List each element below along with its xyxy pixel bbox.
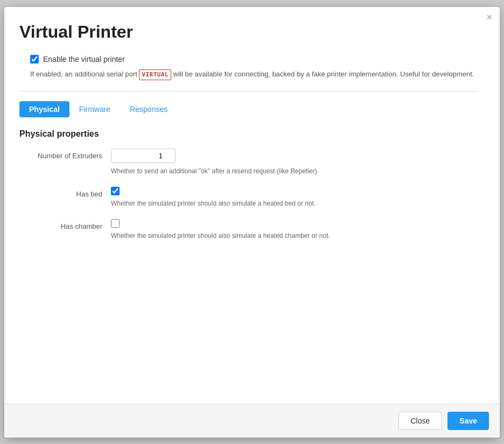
extruders-label: Number of Extruders <box>25 149 111 160</box>
has-bed-hint: Whether the simulated printer should als… <box>111 199 478 208</box>
has-chamber-checkbox[interactable] <box>111 219 120 228</box>
enable-virtual-checkbox[interactable] <box>30 55 39 64</box>
tab-physical[interactable]: Physical <box>19 101 69 117</box>
desc-after: will be available for connecting, backed… <box>171 70 474 78</box>
has-chamber-content: Whether the simulated printer should als… <box>111 219 478 241</box>
extruders-hint: Whether to send an additional "ok" after… <box>111 166 478 176</box>
has-bed-content: Whether the simulated printer should als… <box>111 187 478 208</box>
has-bed-label: Has bed <box>25 187 111 198</box>
has-chamber-label: Has chamber <box>25 219 111 230</box>
has-bed-checkbox[interactable] <box>111 187 120 195</box>
extruders-content: Whether to send an additional "ok" after… <box>111 149 478 176</box>
has-chamber-row: Has chamber Whether the simulated printe… <box>19 219 478 241</box>
tab-firmware[interactable]: Firmware <box>69 101 120 117</box>
divider <box>19 91 478 91</box>
enable-label[interactable]: Enable the virtual printer <box>43 55 125 64</box>
has-chamber-checkbox-row <box>111 219 478 228</box>
virtual-printer-dialog: × Virtual Printer Enable the virtual pri… <box>4 7 500 438</box>
description-text: If enabled, an additional serial port VI… <box>19 69 478 81</box>
dialog-title: Virtual Printer <box>19 22 478 42</box>
has-bed-checkbox-row <box>111 187 478 195</box>
dialog-body: Virtual Printer Enable the virtual print… <box>4 7 500 404</box>
tabs-row: Physical Firmware Responses <box>19 101 478 117</box>
has-chamber-hint: Whether the simulated printer should als… <box>111 231 478 241</box>
dialog-footer: Close Save <box>4 404 500 438</box>
enable-row: Enable the virtual printer <box>19 55 478 64</box>
tab-responses[interactable]: Responses <box>120 101 177 117</box>
section-title: Physical properties <box>19 129 478 139</box>
extruders-input[interactable] <box>111 149 176 163</box>
close-icon[interactable]: × <box>486 12 492 22</box>
extruders-row: Number of Extruders Whether to send an a… <box>19 149 478 176</box>
save-button[interactable]: Save <box>447 412 489 430</box>
desc-before: If enabled, an additional serial port <box>30 70 139 78</box>
virtual-tag: VIRTUAL <box>139 69 171 81</box>
close-button[interactable]: Close <box>398 412 443 430</box>
has-bed-row: Has bed Whether the simulated printer sh… <box>19 187 478 208</box>
